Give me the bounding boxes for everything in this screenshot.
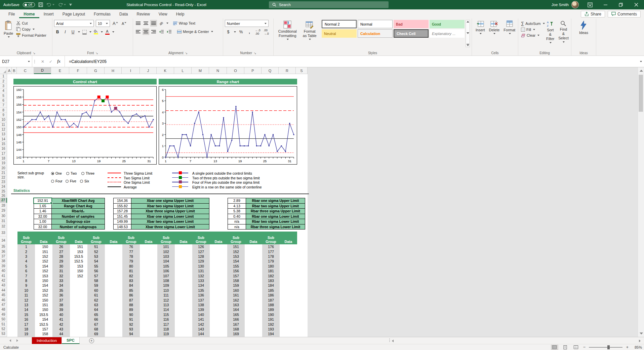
data-cell-value[interactable]: 150	[70, 269, 87, 273]
stats-value-cell[interactable]: 32.00	[34, 214, 52, 219]
normal-view-button[interactable]	[551, 345, 558, 350]
data-cell-value[interactable]	[280, 269, 297, 273]
data-cell-subgroup[interactable]: 43	[52, 327, 70, 331]
data-cell-subgroup[interactable]: 4	[17, 259, 35, 264]
data-cell-value[interactable]	[245, 331, 262, 336]
data-cell-value[interactable]	[175, 307, 192, 312]
range-chart[interactable]: 01234561713192531	[159, 86, 297, 165]
style-good[interactable]: Good	[430, 20, 465, 28]
stats-value-cell[interactable]: 1.00	[34, 219, 52, 224]
tab-help[interactable]: Help	[172, 10, 189, 18]
data-cell-subgroup[interactable]: 81	[122, 269, 140, 273]
subgroup-radio-two[interactable]: Two	[66, 172, 77, 175]
data-cell-value[interactable]	[175, 322, 192, 326]
data-cell-subgroup[interactable]: 58	[87, 278, 105, 283]
data-cell-value[interactable]	[70, 293, 87, 298]
minimize-button[interactable]	[598, 0, 613, 9]
data-cell-value[interactable]	[70, 278, 87, 283]
data-cell-subgroup[interactable]: 126	[192, 244, 210, 249]
insert-cells-button[interactable]: Insert	[474, 20, 487, 35]
data-cell-value[interactable]	[175, 331, 192, 336]
data-cell-value[interactable]	[210, 307, 227, 312]
data-cell-value[interactable]: 153	[70, 249, 87, 254]
gallery-scroll-down[interactable]	[467, 32, 469, 34]
stats-value-cell[interactable]: 152.91	[34, 198, 52, 204]
insert-function-button[interactable]: fx	[57, 59, 61, 64]
vertical-scroll-thumb[interactable]	[639, 75, 643, 112]
data-cell-subgroup[interactable]: 88	[122, 303, 140, 307]
data-cell-subgroup[interactable]: 6	[17, 269, 35, 273]
data-cell-value[interactable]: 154	[35, 283, 52, 288]
data-cell-value[interactable]	[280, 293, 297, 298]
data-cell-value[interactable]	[105, 278, 122, 283]
page-layout-view-button[interactable]	[562, 345, 569, 350]
data-cell-value[interactable]	[245, 283, 262, 288]
data-cell-subgroup[interactable]: 18	[17, 327, 35, 331]
data-cell-subgroup[interactable]: 187	[262, 298, 280, 302]
data-cell-subgroup[interactable]: 179	[262, 259, 280, 264]
data-cell-value[interactable]	[105, 264, 122, 269]
data-cell-value[interactable]	[105, 307, 122, 312]
data-cell-subgroup[interactable]: 142	[192, 322, 210, 326]
data-cell-value[interactable]	[105, 269, 122, 273]
percent-button[interactable]: %	[238, 29, 244, 35]
number-dialog-launcher[interactable]: ↘	[254, 51, 256, 55]
data-cell-value[interactable]	[105, 283, 122, 288]
data-cell-subgroup[interactable]: 140	[192, 312, 210, 317]
data-cell-subgroup[interactable]: 41	[52, 317, 70, 322]
data-cell-value[interactable]: 153.5	[70, 254, 87, 259]
stats-value-cell[interactable]: 1.65	[34, 203, 52, 209]
subgroup-radio-six[interactable]: Six	[80, 179, 89, 183]
delete-cells-button[interactable]: Delete	[487, 20, 502, 35]
sheet-tab-introduction[interactable]: Introduction	[32, 337, 62, 344]
data-cell-subgroup[interactable]: 168	[227, 327, 245, 331]
data-cell-subgroup[interactable]: 30	[52, 264, 70, 269]
decrease-decimal-button[interactable]: .00→.0	[263, 29, 270, 35]
data-cell-subgroup[interactable]: 192	[262, 322, 280, 326]
data-cell-subgroup[interactable]: 161	[227, 293, 245, 298]
redo-button[interactable]	[58, 3, 66, 7]
data-cell-subgroup[interactable]: 39	[52, 307, 70, 312]
subgroup-radio-four[interactable]: Four	[51, 179, 63, 183]
data-cell-subgroup[interactable]: 167	[227, 322, 245, 326]
data-cell-value[interactable]	[210, 244, 227, 249]
data-cell-subgroup[interactable]: 190	[262, 312, 280, 317]
data-cell-subgroup[interactable]: 10	[17, 288, 35, 293]
data-cell-value[interactable]	[210, 317, 227, 322]
data-cell-value[interactable]	[280, 264, 297, 269]
data-cell-value[interactable]	[280, 317, 297, 322]
data-cell-subgroup[interactable]: 34	[52, 283, 70, 288]
data-cell-subgroup[interactable]: 61	[87, 293, 105, 298]
data-cell-value[interactable]	[245, 307, 262, 312]
customize-qat-button[interactable]	[69, 4, 72, 6]
data-cell-value[interactable]: 153	[70, 264, 87, 269]
borders-menu[interactable]	[89, 31, 91, 33]
data-cell-value[interactable]	[140, 317, 157, 322]
data-cell-subgroup[interactable]: 69	[87, 331, 105, 336]
data-cell-value[interactable]: 152	[70, 273, 87, 278]
close-button[interactable]	[629, 0, 644, 9]
data-cell-subgroup[interactable]: 53	[87, 254, 105, 259]
stats-value-cell[interactable]: 149.99	[113, 219, 131, 224]
data-cell-subgroup[interactable]: 160	[227, 288, 245, 293]
data-cell-subgroup[interactable]: 17	[17, 322, 35, 326]
data-cell-subgroup[interactable]: 152	[227, 249, 245, 254]
data-cell-subgroup[interactable]: 164	[227, 307, 245, 312]
data-cell-value[interactable]	[210, 331, 227, 336]
data-cell-subgroup[interactable]: 83	[122, 278, 140, 283]
data-cell-value[interactable]	[245, 303, 262, 307]
data-cell-value[interactable]	[105, 259, 122, 264]
data-cell-subgroup[interactable]: 136	[192, 293, 210, 298]
data-cell-value[interactable]	[175, 303, 192, 307]
data-cell-value[interactable]	[210, 293, 227, 298]
subgroup-radio-five[interactable]: Five	[66, 179, 76, 183]
italic-button[interactable]: I	[62, 29, 69, 35]
data-cell-subgroup[interactable]: 159	[227, 283, 245, 288]
data-cell-value[interactable]	[140, 327, 157, 331]
stats-value-cell[interactable]: 151.45	[113, 214, 131, 219]
data-cell-subgroup[interactable]: 177	[262, 249, 280, 254]
user-name[interactable]: Joe Smith	[552, 3, 569, 7]
data-cell-value[interactable]	[175, 293, 192, 298]
data-cell-value[interactable]	[245, 288, 262, 293]
data-cell-subgroup[interactable]: 127	[192, 249, 210, 254]
